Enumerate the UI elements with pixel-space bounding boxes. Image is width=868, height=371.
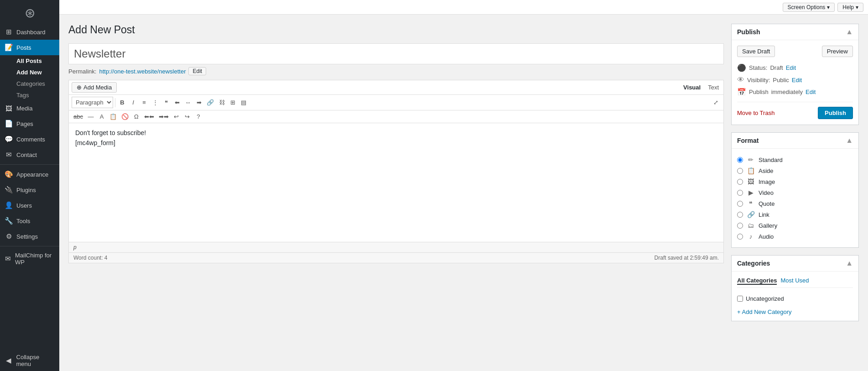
insert-link-button[interactable]: 🔗 <box>205 98 216 107</box>
remove-link-button[interactable]: ⛓ <box>217 98 227 107</box>
sidebar-item-label: MailChimp for WP <box>15 252 55 266</box>
sidebar-divider-1 <box>0 164 59 165</box>
permalink-bar: Permalink: http://one-test.website/newsl… <box>68 67 724 75</box>
tools-icon: 🔧 <box>5 217 13 225</box>
permalink-edit-button[interactable]: Edit <box>188 67 206 75</box>
sidebar-item-media[interactable]: 🖼 Media <box>0 101 59 116</box>
screen-options-label: Screen Options <box>788 4 826 10</box>
sidebar-subitem-categories[interactable]: Categories <box>0 78 59 89</box>
help-toolbar-button[interactable]: ? <box>193 112 203 121</box>
indent-button[interactable]: ➡➡ <box>157 112 171 121</box>
blockquote-button[interactable]: ❝ <box>161 98 171 107</box>
italic-button[interactable]: I <box>128 98 138 107</box>
outdent-button[interactable]: ⬅⬅ <box>142 112 156 121</box>
editor-content[interactable]: Don't forget to subscribe! [mc4wp_form] <box>69 123 723 242</box>
sidebar-subitem-tags[interactable]: Tags <box>0 89 59 101</box>
format-icon-standard: ✏ <box>747 156 755 163</box>
sidebar-subitem-label: All Posts <box>16 57 42 64</box>
category-item: Uncategorized <box>737 294 853 303</box>
posts-icon: 📝 <box>5 43 13 52</box>
sidebar-item-appearance[interactable]: 🎨 Appearance <box>0 167 59 182</box>
sidebar-subitem-all-posts[interactable]: All Posts <box>0 55 59 67</box>
bold-button[interactable]: B <box>117 98 127 107</box>
save-draft-button[interactable]: Save Draft <box>737 46 775 57</box>
unordered-list-button[interactable]: ≡ <box>139 98 149 107</box>
screen-options-button[interactable]: Screen Options ▾ <box>783 3 835 12</box>
preview-button[interactable]: Preview <box>822 46 853 57</box>
format-radio-video[interactable] <box>737 190 743 196</box>
sidebar-item-comments[interactable]: 💬 Comments <box>0 131 59 147</box>
sidebar-subitem-add-new[interactable]: Add New <box>0 67 59 78</box>
format-radio-audio[interactable] <box>737 234 743 240</box>
sidebar-item-label: Appearance <box>16 171 48 178</box>
redo-button[interactable]: ↪ <box>182 112 192 121</box>
category-label: Uncategorized <box>746 295 784 302</box>
permalink-url[interactable]: http://one-test.website/newsletter <box>99 68 186 75</box>
status-value: Draft <box>770 64 783 71</box>
hr-button[interactable]: — <box>86 112 96 121</box>
format-label-link: Link <box>759 211 769 218</box>
sidebar-item-mailchimp[interactable]: ✉ MailChimp for WP <box>0 248 59 269</box>
publish-actions-top: Save Draft Preview <box>737 46 853 57</box>
ordered-list-button[interactable]: ⋮ <box>150 98 160 107</box>
clear-formatting-button[interactable]: 🚫 <box>120 112 130 121</box>
visibility-row: 👁 Visibility: Public Edit <box>737 74 853 86</box>
insert-table-button[interactable]: ⊞ <box>228 98 238 107</box>
tab-all-categories[interactable]: All Categories <box>737 277 777 285</box>
sidebar-collapse-menu[interactable]: ◀ Collapse menu <box>0 350 59 371</box>
sidebar-item-posts[interactable]: 📝 Posts <box>0 40 59 55</box>
sidebar-item-users[interactable]: 👤 Users <box>0 198 59 213</box>
visibility-edit-link[interactable]: Edit <box>792 77 802 84</box>
move-to-trash-link[interactable]: Move to Trash <box>737 110 774 116</box>
format-radio-quote[interactable] <box>737 201 743 207</box>
help-chevron-icon: ▾ <box>856 4 858 10</box>
sidebar-item-settings[interactable]: ⚙ Settings <box>0 229 59 244</box>
format-radio-standard[interactable] <box>737 157 743 163</box>
appearance-icon: 🎨 <box>5 170 13 178</box>
format-metabox-header[interactable]: Format ▲ <box>732 133 858 149</box>
format-radio-link[interactable] <box>737 212 743 218</box>
post-title-input[interactable] <box>68 43 724 64</box>
category-checkbox[interactable] <box>737 296 743 302</box>
sidebar-item-dashboard[interactable]: ⊞ Dashboard <box>0 24 59 40</box>
format-radio-gallery[interactable] <box>737 223 743 229</box>
tab-text[interactable]: Text <box>706 83 721 92</box>
settings-icon: ⚙ <box>5 232 13 240</box>
sidebar-item-label: Collapse menu <box>16 354 55 367</box>
sidebar-item-contact[interactable]: ✉ Contact <box>0 147 59 162</box>
undo-button[interactable]: ↩ <box>172 112 182 121</box>
help-button[interactable]: Help ▾ <box>837 3 863 12</box>
sidebar-item-pages[interactable]: 📄 Pages <box>0 116 59 131</box>
text-color-button[interactable]: A <box>97 112 107 121</box>
status-row: ⚫ Status: Draft Edit <box>737 62 853 74</box>
tab-visual[interactable]: Visual <box>681 83 702 92</box>
add-new-category-link[interactable]: + Add New Category <box>737 308 853 315</box>
format-radio-aside[interactable] <box>737 168 743 174</box>
format-select[interactable]: Paragraph <box>72 97 113 108</box>
editor-toolbar-row1: Paragraph B I ≡ ⋮ ❝ ⬅ ↔ ➡ 🔗 ⛓ ⊞ ▤ ⤢ <box>69 95 723 110</box>
tab-most-used[interactable]: Most Used <box>780 277 809 285</box>
align-left-button[interactable]: ⬅ <box>172 98 182 107</box>
status-edit-link[interactable]: Edit <box>786 64 796 71</box>
strikethrough-button[interactable]: abc <box>72 112 85 121</box>
format-radio-image[interactable] <box>737 179 743 185</box>
sidebar: ⊛ ⊞ Dashboard 📝 Posts All Posts Add New … <box>0 0 59 371</box>
comments-icon: 💬 <box>5 135 13 143</box>
fullscreen-button[interactable]: ⤢ <box>711 98 721 107</box>
kitchen-sink-button[interactable]: ▤ <box>239 98 249 107</box>
publish-button[interactable]: Publish <box>818 107 853 119</box>
publish-metabox-header[interactable]: Publish ▲ <box>732 24 858 40</box>
add-media-button[interactable]: ⊕ Add Media <box>72 82 117 93</box>
align-right-button[interactable]: ➡ <box>194 98 204 107</box>
special-char-button[interactable]: Ω <box>131 112 141 121</box>
sidebar-item-tools[interactable]: 🔧 Tools <box>0 213 59 229</box>
pages-icon: 📄 <box>5 120 13 128</box>
categories-metabox-body: All Categories Most Used Uncategorized +… <box>732 272 858 321</box>
publish-when-edit-link[interactable]: Edit <box>806 89 816 95</box>
format-metabox: Format ▲ ✏ Standard 📋 Aside 🖼 Image ▶ Vi… <box>731 132 859 248</box>
paste-plain-button[interactable]: 📋 <box>108 112 119 121</box>
align-center-button[interactable]: ↔ <box>183 98 193 107</box>
sidebar-item-label: Settings <box>16 233 38 240</box>
sidebar-item-plugins[interactable]: 🔌 Plugins <box>0 182 59 198</box>
categories-metabox-header[interactable]: Categories ▲ <box>732 256 858 272</box>
